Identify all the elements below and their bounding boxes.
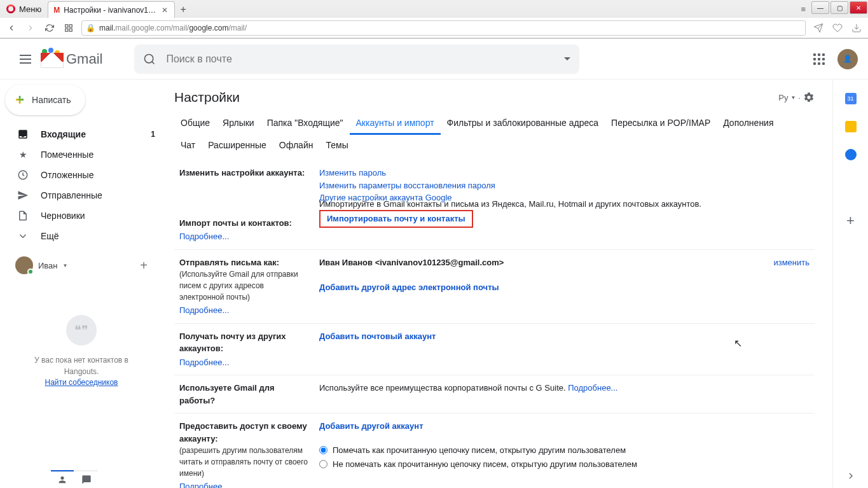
hangouts-tab-contacts[interactable] bbox=[51, 470, 74, 488]
gmail-wordmark: Gmail bbox=[66, 51, 102, 67]
gmail-envelope-icon bbox=[41, 50, 64, 68]
compose-button[interactable]: + Написать bbox=[5, 85, 85, 115]
hangouts-add-button[interactable]: + bbox=[140, 258, 148, 273]
rail-collapse-button[interactable] bbox=[844, 470, 857, 482]
search-box[interactable] bbox=[134, 45, 579, 74]
nav-sent-label: Отправленные bbox=[41, 190, 102, 200]
tab-themes[interactable]: Темы bbox=[319, 135, 354, 155]
link-change-password[interactable]: Изменить пароль bbox=[319, 168, 386, 178]
hangouts-tab-chats[interactable] bbox=[75, 470, 98, 488]
addons-plus-button[interactable]: + bbox=[844, 214, 857, 227]
speed-dial-button[interactable] bbox=[62, 22, 75, 34]
keep-icon bbox=[845, 121, 857, 132]
browser-options-icon[interactable]: ≡ bbox=[796, 4, 811, 14]
new-tab-button[interactable]: + bbox=[175, 1, 191, 18]
grant-radio-2[interactable]: Не помечать как прочитанную цепочку писе… bbox=[319, 458, 757, 471]
radio-not-mark-read[interactable] bbox=[319, 460, 327, 468]
tab-labels[interactable]: Ярлыки bbox=[216, 113, 261, 135]
chevron-down-icon[interactable] bbox=[564, 57, 570, 60]
import-description: Импортируйте в Gmail контакты и письма и… bbox=[319, 198, 757, 211]
search-input[interactable] bbox=[166, 53, 554, 65]
browser-nav-bar: 🔒 mail.mail.google.com/mail/google.com/m… bbox=[0, 18, 868, 38]
search-icon bbox=[143, 53, 156, 66]
nav-drafts[interactable]: Черновики bbox=[0, 206, 163, 226]
keep-addon[interactable] bbox=[844, 120, 857, 133]
gear-icon[interactable] bbox=[803, 92, 815, 103]
browser-menu-label: Меню bbox=[19, 4, 41, 14]
folder-list: Входящие 1 ★ Помеченные Отложенные Отпра… bbox=[0, 124, 163, 246]
gmail-logo[interactable]: Gmail bbox=[41, 50, 102, 68]
nav-starred-label: Помеченные bbox=[41, 150, 93, 160]
browser-menu-button[interactable]: Меню bbox=[0, 0, 48, 18]
tab-accounts[interactable]: Аккаунты и импорт bbox=[350, 113, 441, 135]
main-menu-button[interactable] bbox=[10, 55, 41, 64]
row-check-mail: Получать почту из других аккаунтов: Подр… bbox=[174, 323, 815, 375]
send-icon bbox=[17, 189, 29, 202]
nav-starred[interactable]: ★ Помеченные bbox=[0, 144, 163, 165]
tab-addons[interactable]: Дополнения bbox=[717, 113, 780, 135]
link-grant-add[interactable]: Добавить другой аккаунт bbox=[319, 421, 424, 431]
hangouts-footer-tabs bbox=[51, 470, 98, 488]
tab-advanced[interactable]: Расширенные bbox=[202, 135, 273, 155]
link-recovery[interactable]: Изменить параметры восстановления пароля bbox=[319, 181, 495, 190]
hangouts-user[interactable]: Иван ▼ + bbox=[5, 254, 158, 277]
link-grant-learn[interactable]: Подробнее... bbox=[179, 480, 309, 488]
plus-icon: + bbox=[15, 91, 24, 109]
calendar-addon[interactable]: 31 bbox=[844, 92, 857, 105]
close-window-button[interactable]: ✕ bbox=[850, 1, 867, 14]
browser-tab-active[interactable]: M Настройки - ivanivanov1012 ✕ bbox=[48, 1, 175, 18]
nav-inbox[interactable]: Входящие 1 bbox=[0, 124, 163, 144]
google-apps-button[interactable] bbox=[813, 53, 825, 65]
tab-forwarding[interactable]: Пересылка и POP/IMAP bbox=[605, 113, 717, 135]
tab-inbox[interactable]: Папка "Входящие" bbox=[261, 113, 350, 135]
link-check-learn[interactable]: Подробнее... bbox=[179, 356, 309, 369]
nav-drafts-label: Черновики bbox=[41, 211, 85, 221]
account-avatar[interactable]: 👤 bbox=[837, 49, 858, 69]
sendas-identity: Иван Иванов <ivanivanov101235@gmail.com> bbox=[319, 258, 504, 267]
link-add-address[interactable]: Добавить другой адрес электронной почты bbox=[319, 282, 499, 292]
heart-icon[interactable] bbox=[831, 22, 844, 34]
label-import: Импорт почты и контактов: Подробнее... bbox=[174, 211, 314, 250]
row-work: Используете Gmail для работы? Используйт… bbox=[174, 375, 815, 414]
language-selector[interactable]: Ру ▼ · bbox=[778, 92, 815, 103]
browser-title-bar: Меню M Настройки - ivanivanov1012 ✕ + ≡ … bbox=[0, 0, 868, 18]
maximize-button[interactable]: ▢ bbox=[830, 1, 848, 14]
close-icon[interactable]: ✕ bbox=[160, 6, 169, 15]
tab-general[interactable]: Общие bbox=[174, 113, 216, 135]
minimize-button[interactable]: — bbox=[811, 1, 829, 14]
link-add-account[interactable]: Добавить почтовый аккаунт bbox=[319, 331, 436, 341]
tab-offline[interactable]: Офлайн bbox=[273, 135, 320, 155]
link-sendas-edit[interactable]: изменить bbox=[773, 258, 809, 267]
svg-rect-0 bbox=[65, 24, 68, 27]
download-icon[interactable] bbox=[850, 22, 863, 34]
tasks-icon bbox=[845, 149, 857, 160]
grant-radio-1[interactable]: Помечать как прочитанную цепочку писем, … bbox=[319, 444, 757, 457]
nav-snoozed-label: Отложенные bbox=[41, 170, 93, 180]
chevron-down-icon bbox=[17, 230, 29, 242]
nav-snoozed[interactable]: Отложенные bbox=[0, 165, 163, 185]
reload-button[interactable] bbox=[43, 22, 56, 34]
status-dot-icon bbox=[27, 268, 34, 275]
link-import-learn[interactable]: Подробнее... bbox=[179, 230, 309, 243]
opera-logo-icon bbox=[6, 4, 15, 13]
link-import-contacts[interactable]: Импортировать почту и контакты bbox=[327, 214, 465, 223]
chevron-down-icon: ▼ bbox=[790, 95, 796, 101]
tab-filters[interactable]: Фильтры и заблокированные адреса bbox=[441, 113, 605, 135]
svg-rect-2 bbox=[65, 29, 68, 31]
nav-more[interactable]: Ещё bbox=[0, 226, 163, 246]
hangouts-empty-text: У вас пока нет контактов в Hangouts. bbox=[18, 354, 145, 377]
tasks-addon[interactable] bbox=[844, 148, 857, 161]
sendas-sublabel: (Используйте Gmail для отправки писем с … bbox=[179, 268, 309, 303]
hangouts-find-link[interactable]: Найти собеседников bbox=[45, 378, 118, 387]
link-sendas-learn[interactable]: Подробнее... bbox=[179, 304, 309, 317]
radio-mark-read[interactable] bbox=[319, 446, 327, 454]
nav-sent[interactable]: Отправленные bbox=[0, 185, 163, 206]
back-button[interactable] bbox=[5, 22, 18, 34]
forward-button[interactable] bbox=[24, 22, 37, 34]
sendas-actions: изменить bbox=[762, 249, 815, 323]
chevron-down-icon[interactable]: ▼ bbox=[63, 263, 68, 268]
send-icon[interactable] bbox=[812, 22, 825, 34]
address-bar[interactable]: 🔒 mail.mail.google.com/mail/google.com/m… bbox=[81, 20, 806, 36]
tab-chat[interactable]: Чат bbox=[174, 135, 202, 155]
link-work-learn[interactable]: Подробнее... bbox=[568, 383, 617, 393]
